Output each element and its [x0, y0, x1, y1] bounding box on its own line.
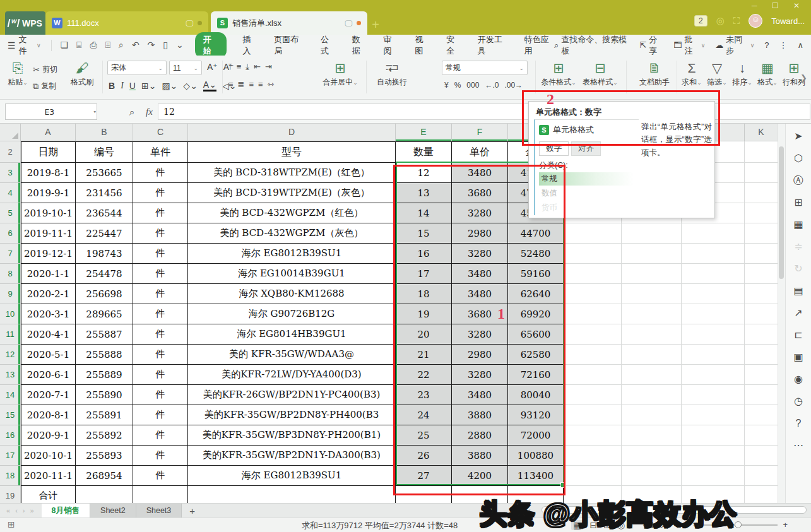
- valign-icon-1[interactable]: ≡: [237, 62, 242, 72]
- sync-status[interactable]: ☁未同步∨: [715, 34, 754, 57]
- qat-icon-4[interactable]: ⌕: [119, 40, 124, 50]
- cell[interactable]: 海尔 XQB80-KM12688: [188, 284, 396, 304]
- qat-icon-7[interactable]: ▯: [163, 40, 168, 50]
- cell[interactable]: 件: [133, 223, 188, 244]
- cell[interactable]: 4200: [452, 466, 508, 486]
- cell[interactable]: 59160: [508, 264, 564, 284]
- merge-center-button[interactable]: ⊞合并居中⌄: [321, 59, 360, 88]
- cell[interactable]: 美的KFR-35GW/BP2DN8Y-PH400(B3: [188, 405, 396, 425]
- cell[interactable]: 单价: [452, 141, 508, 163]
- sheet-tab-Sheet2[interactable]: Sheet2: [90, 504, 136, 518]
- cell[interactable]: 2019-10-1: [21, 203, 76, 223]
- cell[interactable]: [745, 223, 778, 244]
- cell[interactable]: 美的KFR-35GW/BP3DN8Y-PH200(B1): [188, 425, 396, 446]
- row-header-11[interactable]: 11: [0, 324, 21, 345]
- menu-tab-页面布局[interactable]: 页面布局: [274, 34, 304, 57]
- cell[interactable]: [564, 304, 622, 324]
- cell[interactable]: [682, 365, 745, 385]
- row-header-8[interactable]: 8: [0, 264, 21, 284]
- cell[interactable]: 2020-11-1: [21, 466, 76, 486]
- cell[interactable]: 20: [396, 324, 452, 345]
- sheet-nav-1[interactable]: ‹: [15, 507, 18, 514]
- qat-icon-0[interactable]: ❏: [60, 40, 68, 50]
- menu-tab-安全[interactable]: 安全: [446, 34, 461, 57]
- cell[interactable]: 3880: [452, 446, 508, 466]
- cell[interactable]: 17: [396, 264, 452, 284]
- cell[interactable]: 62640: [508, 284, 564, 304]
- cell[interactable]: [745, 264, 778, 284]
- menu-tab-开始[interactable]: 开始: [195, 32, 227, 59]
- cell[interactable]: [622, 385, 682, 405]
- sheet-tab-Sheet3[interactable]: Sheet3: [136, 504, 182, 518]
- cell[interactable]: 2020-6-1: [21, 365, 76, 385]
- row-header-18[interactable]: 18: [0, 466, 21, 486]
- row-header-6[interactable]: 6: [0, 223, 21, 244]
- row-header-10[interactable]: 10: [0, 304, 21, 324]
- cell[interactable]: 254478: [76, 264, 133, 284]
- menu-tab-数据[interactable]: 数据: [352, 34, 367, 57]
- zoom-in-button[interactable]: +: [783, 520, 788, 529]
- history-clock-icon[interactable]: ◷: [791, 394, 806, 409]
- cell[interactable]: 型号: [188, 141, 396, 163]
- cell[interactable]: [682, 446, 745, 466]
- row-header-13[interactable]: 13: [0, 365, 21, 385]
- cell[interactable]: [682, 223, 745, 244]
- cell[interactable]: 80040: [508, 385, 564, 405]
- format-button[interactable]: ▦格式⌄: [756, 59, 779, 88]
- category-item-数值[interactable]: 数值: [539, 187, 634, 200]
- cell[interactable]: 255891: [76, 405, 133, 425]
- picture-icon[interactable]: ▣: [791, 350, 806, 365]
- column-header-E[interactable]: E: [396, 124, 452, 141]
- category-item-货币[interactable]: 货币: [539, 201, 634, 215]
- cell[interactable]: [622, 223, 682, 244]
- cell[interactable]: 100880: [508, 446, 564, 466]
- category-item-常规[interactable]: 常规: [539, 172, 634, 186]
- cell[interactable]: 件: [133, 405, 188, 425]
- number-icon-3[interactable]: ←.0: [485, 81, 499, 90]
- export-share-icon[interactable]: ↗: [791, 305, 806, 321]
- command-search[interactable]: ⌕查找命令、搜索模板: [554, 34, 629, 57]
- format-painter-button[interactable]: 🖌格式刷: [66, 59, 98, 88]
- cell[interactable]: [745, 405, 778, 425]
- cell[interactable]: [682, 466, 745, 486]
- cell[interactable]: [745, 345, 778, 365]
- cell[interactable]: [133, 486, 188, 503]
- row-header-2[interactable]: 2: [0, 141, 21, 163]
- cell[interactable]: 69920: [508, 304, 564, 324]
- cell[interactable]: 2020-7-1: [21, 385, 76, 405]
- column-header-B[interactable]: B: [76, 124, 133, 141]
- cell[interactable]: 件: [133, 284, 188, 304]
- qat-icon-6[interactable]: ↷: [148, 40, 155, 50]
- file-menu[interactable]: ☰ 文件 ∨: [0, 34, 47, 57]
- cell[interactable]: [564, 324, 622, 345]
- cell[interactable]: 2019-12-1: [21, 244, 76, 264]
- cell[interactable]: [622, 264, 682, 284]
- cell[interactable]: 件: [133, 163, 188, 183]
- cell[interactable]: 198743: [76, 244, 133, 264]
- row-header-9[interactable]: 9: [0, 284, 21, 304]
- valign-icon-0[interactable]: ⤒: [228, 62, 232, 72]
- cell[interactable]: [682, 345, 745, 365]
- image-doc-icon[interactable]: ▤: [791, 283, 806, 299]
- cell[interactable]: 65600: [508, 324, 564, 345]
- cell[interactable]: 24: [396, 405, 452, 425]
- number-icon-1[interactable]: %: [454, 81, 461, 90]
- cell[interactable]: 3280: [452, 324, 508, 345]
- share-button[interactable]: ⇱分享: [639, 34, 663, 57]
- cell[interactable]: 2019-9-1: [21, 183, 76, 203]
- font-style-group[interactable]: BIU ⊞⌄▨⌄◇⌄ A⌄◁⌄: [109, 80, 236, 92]
- cell[interactable]: 海尔 EG8012B39SU1: [188, 244, 396, 264]
- cell[interactable]: 255893: [76, 446, 133, 466]
- menu-tab-公式[interactable]: 公式: [321, 34, 336, 57]
- help-circle-icon[interactable]: ?: [791, 416, 806, 431]
- cell[interactable]: 253665: [76, 163, 133, 183]
- halign-icon-3[interactable]: ≡: [258, 80, 263, 89]
- cell[interactable]: [564, 405, 622, 425]
- sheet-tab-8月销售[interactable]: 8月销售: [42, 504, 90, 518]
- qat-icon-2[interactable]: ⎙: [90, 40, 97, 50]
- cell[interactable]: 27: [396, 466, 452, 486]
- cell[interactable]: 2020-8-1: [21, 405, 76, 425]
- cell[interactable]: 美的 BCD-318WTPZM(E)（红色）: [188, 163, 396, 183]
- tab-sales-xlsx[interactable]: S 销售清单.xlsx 🖵: [211, 11, 367, 35]
- cell[interactable]: [188, 486, 396, 503]
